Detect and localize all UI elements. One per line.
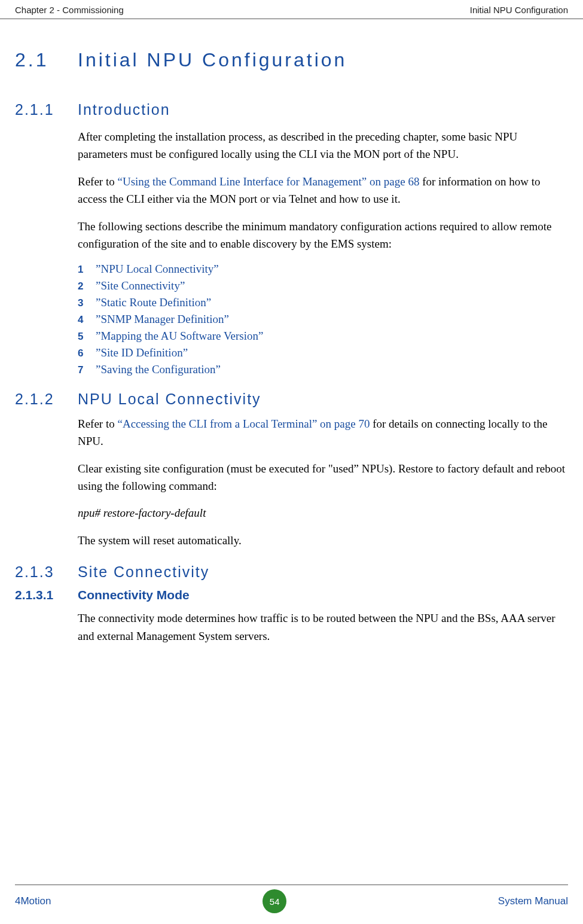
list-link[interactable]: ”Site Connectivity”	[96, 279, 185, 292]
list-item: 5 ”Mapping the AU Software Version”	[15, 330, 568, 343]
list-item: 4 ”SNMP Manager Definition”	[15, 313, 568, 326]
list-number: 7	[78, 364, 96, 376]
list-link[interactable]: ”Mapping the AU Software Version”	[96, 330, 263, 343]
list-number: 5	[78, 331, 96, 343]
heading-number: 2.1.1	[15, 101, 54, 118]
list-link[interactable]: ”NPU Local Connectivity”	[96, 263, 219, 276]
list-number: 1	[78, 264, 96, 276]
text: Refer to	[78, 417, 117, 430]
footer-left: 4Motion	[15, 895, 51, 907]
paragraph: The following sections describe the mini…	[15, 218, 568, 253]
list-number: 6	[78, 347, 96, 359]
cross-reference-link[interactable]: “Using the Command Line Interface for Ma…	[117, 175, 419, 188]
page-number-badge: 54	[262, 889, 286, 913]
list-link[interactable]: ”Static Route Definition”	[96, 296, 211, 309]
page-footer: 4Motion 54 System Manual	[0, 889, 583, 913]
list-link[interactable]: ”Site ID Definition”	[96, 346, 188, 359]
page-content: 2.1 Initial NPU Configuration 2.1.1 Intr…	[0, 49, 583, 645]
page-header: Chapter 2 - Commissioning Initial NPU Co…	[0, 0, 583, 19]
footer-divider	[15, 885, 568, 885]
heading-number: 2.1.2	[15, 391, 54, 407]
heading-title: Site Connectivity	[78, 563, 209, 580]
paragraph: The connectivity mode determines how tra…	[15, 609, 568, 645]
paragraph: Refer to “Accessing the CLI from a Local…	[15, 415, 568, 450]
list-number: 4	[78, 314, 96, 326]
heading-number: 2.1.3.1	[15, 588, 53, 602]
heading-2-1-3: 2.1.3 Site Connectivity	[15, 563, 568, 581]
paragraph: Clear existing site configuration (must …	[15, 460, 568, 495]
list-item: 3 ”Static Route Definition”	[15, 296, 568, 309]
heading-2-1: 2.1 Initial NPU Configuration	[15, 49, 568, 71]
list-link[interactable]: ”Saving the Configuration”	[96, 363, 221, 376]
footer-right: System Manual	[498, 895, 568, 907]
command-text: npu# restore-factory-default	[78, 507, 206, 519]
list-item: 1 ”NPU Local Connectivity”	[15, 263, 568, 276]
heading-number: 2.1	[15, 49, 48, 71]
heading-title: Introduction	[78, 101, 170, 118]
heading-number: 2.1.3	[15, 563, 54, 580]
heading-title: NPU Local Connectivity	[78, 391, 261, 407]
paragraph: The system will reset automatically.	[15, 532, 568, 549]
header-right: Initial NPU Configuration	[470, 5, 568, 15]
paragraph: After completing the installation proces…	[15, 128, 568, 163]
heading-2-1-3-1: 2.1.3.1 Connectivity Mode	[15, 588, 568, 602]
list-item: 6 ”Site ID Definition”	[15, 346, 568, 359]
command-line: npu# restore-factory-default	[15, 504, 568, 522]
list-item: 7 ”Saving the Configuration”	[15, 363, 568, 376]
heading-title: Connectivity Mode	[78, 588, 190, 602]
heading-title: Initial NPU Configuration	[78, 49, 347, 71]
list-number: 3	[78, 297, 96, 309]
list-number: 2	[78, 280, 96, 292]
heading-2-1-2: 2.1.2 NPU Local Connectivity	[15, 391, 568, 408]
list-link[interactable]: ”SNMP Manager Definition”	[96, 313, 229, 326]
text: Refer to	[78, 175, 117, 188]
cross-reference-link[interactable]: “Accessing the CLI from a Local Terminal…	[117, 417, 370, 430]
header-left: Chapter 2 - Commissioning	[15, 5, 124, 15]
list-item: 2 ”Site Connectivity”	[15, 279, 568, 292]
paragraph: Refer to “Using the Command Line Interfa…	[15, 173, 568, 208]
heading-2-1-1: 2.1.1 Introduction	[15, 101, 568, 118]
